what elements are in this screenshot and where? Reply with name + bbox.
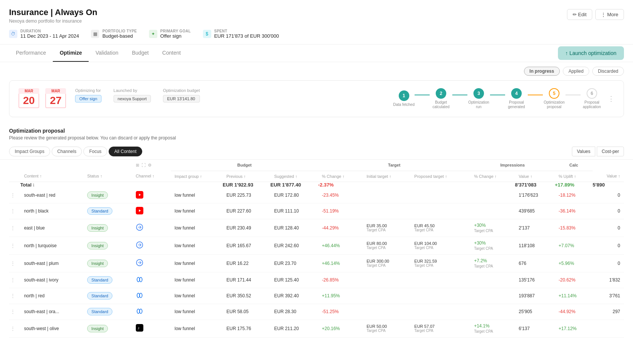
svg-point-7 (137, 277, 140, 282)
row-imp-value: 6'137 (515, 320, 555, 337)
budget-value: EUR 13'141.80 (163, 95, 200, 102)
view-toggle: Values Cost-per (572, 147, 624, 156)
status-chip-discarded[interactable]: Discarded (592, 67, 624, 76)
row-dots[interactable]: ⋮ (9, 219, 20, 237)
target-pct-change: +30%Target CPA (470, 219, 515, 237)
row-status: Insight (83, 237, 132, 254)
row-imp-value: 439'685 (515, 203, 555, 219)
filter-tab-all-content[interactable]: All Content (109, 147, 142, 156)
launch-optimization-button[interactable]: ↑ Launch optimization (558, 46, 624, 60)
status-chip-applied[interactable]: Applied (563, 67, 589, 76)
row-suggested: EUR 172.80 (270, 188, 318, 203)
tab-optimize[interactable]: Optimize (53, 44, 89, 62)
row-pct-change: +20.16% (318, 320, 363, 337)
total-pct-change: -2.37% (318, 182, 363, 188)
tab-budget[interactable]: Budget (125, 44, 155, 62)
svg-point-10 (140, 293, 142, 298)
row-imp-uplift: +17.12% (555, 320, 593, 337)
filter-tab-focus[interactable]: Focus (83, 147, 107, 156)
row-imp-uplift: -20.62% (555, 272, 593, 288)
row-dots[interactable]: ⋮ (9, 304, 20, 320)
tab-validation[interactable]: Validation (89, 44, 125, 62)
target-pct-change: +30%Target CPA (470, 237, 515, 254)
page-title: Insurance | Always On (9, 8, 97, 17)
meta-bar: ⏱ DURATION 11 Dec 2023 - 11 Apr 2024 ▦ P… (0, 24, 633, 44)
optimization-card: MAR 20 MAR 27 Optimizing for Offer sign … (9, 80, 624, 117)
row-dots[interactable]: ⋮ (9, 203, 20, 219)
step-2-label: Budget calculated (430, 100, 452, 109)
row-suggested: EUR 28.30 (270, 304, 318, 320)
step-2: 2 Budget calculated (430, 88, 452, 109)
launched-by-value: nexoya Support (114, 95, 151, 102)
row-dots[interactable]: ⋮ (9, 237, 20, 254)
row-impact-group: low funnel (171, 320, 223, 337)
table-section-headers: ⊞ ⛶ ⚙ Budget Target Impressions Calc (9, 160, 624, 171)
filter-tab-channels[interactable]: Channels (52, 147, 82, 156)
row-content: north | turquoise (20, 237, 84, 254)
row-calc-value (593, 320, 624, 337)
opt-optimizing-for: Optimizing for Offer sign (75, 88, 101, 102)
row-pct-change: +11.95% (318, 288, 363, 304)
primary-goal-icon: ✦ (149, 30, 157, 38)
view-values-button[interactable]: Values (572, 147, 595, 156)
row-content: south-east | ivory (20, 272, 84, 288)
optimizing-for-label: Optimizing for (75, 88, 101, 93)
header-top: Insurance | Always On Nexoya demo portfo… (0, 0, 633, 24)
settings-icon[interactable]: ⚙ (148, 163, 152, 168)
view-costper-button[interactable]: Cost-per (597, 147, 624, 156)
col-header-initial-target: Initial target ↑ (363, 171, 411, 182)
col-header-imp-uplift: % Uplift ↑ (555, 171, 593, 182)
row-suggested: EUR 211.20 (270, 320, 318, 337)
initial-target: EUR 80.00Target CPA (363, 237, 411, 254)
step-6: 6 Proposal application (581, 88, 603, 109)
row-dots[interactable]: ⋮ (9, 320, 20, 337)
portfolio-type-icon: ▦ (91, 30, 99, 38)
row-previous: EUR 230.49 (223, 219, 270, 237)
status-filter: In progress Applied Discarded (0, 62, 633, 80)
row-pct-change: -51.19% (318, 203, 363, 219)
steps-menu-icon[interactable]: ⋮ (608, 95, 615, 103)
total-previous: EUR 1'922.93 (223, 182, 270, 188)
expand-icon[interactable]: ⛶ (141, 163, 146, 168)
status-chip-in-progress[interactable]: In progress (524, 67, 560, 76)
table-body: ⋮ south-east | red Insight low funnel EU… (9, 188, 624, 338)
tab-performance[interactable]: Performance (9, 44, 53, 62)
step-line-3-4 (490, 95, 505, 95)
table-row: ⋮ north | black Standard low funnel EUR … (9, 203, 624, 219)
row-dots[interactable]: ⋮ (9, 288, 20, 304)
row-previous: EUR 175.76 (223, 320, 270, 337)
row-previous: EUR 165.67 (223, 237, 270, 254)
row-imp-uplift: -36.14% (555, 203, 593, 219)
row-dots[interactable]: ⋮ (9, 272, 20, 288)
step-line-5-6 (565, 95, 581, 95)
opt-header: MAR 20 MAR 27 Optimizing for Offer sign … (18, 88, 615, 109)
more-button[interactable]: ⋮ More (595, 9, 624, 20)
row-dots[interactable]: ⋮ (9, 188, 20, 203)
proposed-target (410, 188, 470, 203)
opt-dates: MAR 20 MAR 27 (18, 88, 66, 108)
row-imp-uplift: -15.83% (555, 219, 593, 237)
row-impact-group: low funnel (171, 288, 223, 304)
row-imp-uplift: +5.96% (555, 254, 593, 272)
meta-duration: ⏱ DURATION 11 Dec 2023 - 11 Apr 2024 (9, 29, 79, 39)
row-calc-value: 0 (593, 203, 624, 219)
row-dots[interactable]: ⋮ (9, 254, 20, 272)
actions-area: ✏ Edit ⋮ More (567, 9, 624, 20)
filter-tab-impact-groups[interactable]: Impact Groups (9, 147, 50, 156)
row-channel (132, 237, 171, 254)
columns-icon[interactable]: ⊞ (136, 163, 139, 168)
row-content: north | red (20, 288, 84, 304)
table-row: ⋮ south-east | plum Insight low funnel E… (9, 254, 624, 272)
proposed-target: EUR 104.00Target CPA (410, 237, 470, 254)
edit-button[interactable]: ✏ Edit (567, 9, 592, 20)
target-pct-change (470, 188, 515, 203)
step-5: 5 Optimization proposal (543, 88, 565, 109)
target-pct-change: +7.2%Target CPA (470, 254, 515, 272)
opt-info: Optimizing for Offer sign Launched by ne… (75, 88, 200, 102)
tab-content[interactable]: Content (155, 44, 187, 62)
title-area: Insurance | Always On Nexoya demo portfo… (9, 8, 97, 24)
table-row: ⋮ south-west | olive Insight ♪ low funne… (9, 320, 624, 337)
step-2-circle: 2 (436, 88, 446, 99)
row-suggested: EUR 23.70 (270, 254, 318, 272)
svg-rect-13 (136, 324, 143, 332)
